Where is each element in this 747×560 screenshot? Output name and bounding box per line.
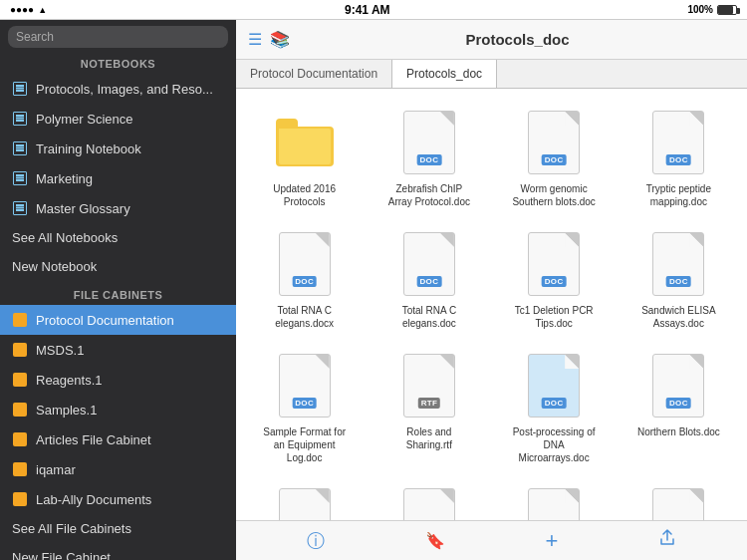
sidebar-item-label: Training Notebook bbox=[36, 141, 141, 156]
doc-icon-wrap: DOC bbox=[648, 228, 708, 300]
file-label: Sandwich ELISA Assays.doc bbox=[633, 304, 723, 330]
sidebar-item-fc1[interactable]: Protocol Documentation bbox=[0, 305, 236, 335]
doc-icon-wrap: DOC bbox=[524, 107, 584, 178]
status-battery: 100% bbox=[687, 4, 737, 15]
file-label: Updated 2016 Protocols bbox=[260, 182, 350, 208]
doc-file-icon: DOC bbox=[528, 232, 580, 296]
sidebar-item-fc3[interactable]: Reagents.1 bbox=[0, 365, 236, 395]
doc-file-icon: DOC bbox=[403, 111, 455, 174]
doc-icon-wrap: DOC bbox=[524, 350, 584, 421]
sidebar-item-nb3[interactable]: Training Notebook bbox=[0, 134, 236, 163]
doc-badge: DOC bbox=[292, 276, 317, 287]
doc-badge: DOC bbox=[292, 398, 317, 409]
file-label: Total RNA C elegans.docx bbox=[260, 304, 350, 330]
see-all-notebooks[interactable]: See All Notebooks bbox=[0, 223, 236, 252]
sidebar-item-label: MSDS.1 bbox=[36, 343, 84, 358]
sidebar-item-label: Lab-Ally Documents bbox=[36, 492, 151, 507]
bookmark-button[interactable]: 🔖 bbox=[413, 527, 457, 554]
hamburger-icon[interactable]: ☰ bbox=[248, 30, 262, 49]
status-time: 9:41 AM bbox=[47, 3, 687, 17]
search-input[interactable] bbox=[8, 26, 228, 48]
doc-icon-wrap: DOC bbox=[275, 350, 335, 421]
doc-icon-wrap: DOC bbox=[399, 228, 459, 300]
info-button[interactable]: ⓘ bbox=[295, 525, 337, 557]
doc-badge: DOC bbox=[666, 398, 691, 409]
notebooks-header: NOTEBOOKS bbox=[0, 54, 236, 74]
list-item[interactable]: DOC Total RNA C elegans.doc bbox=[369, 222, 489, 336]
sidebar-item-label: Reagents.1 bbox=[36, 373, 103, 388]
doc-icon-wrap: DOC bbox=[648, 350, 708, 421]
status-bar: ●●●● ▲ 9:41 AM 100% bbox=[0, 0, 747, 20]
list-item[interactable]: RTF Roles and Sharing.rtf bbox=[369, 344, 489, 470]
sidebar: NOTEBOOKS Protocols, Images, and Reso...… bbox=[0, 20, 236, 560]
doc-badge: DOC bbox=[417, 276, 442, 287]
doc-file-icon: DOC bbox=[652, 111, 704, 174]
header-icons: ☰ 📚 bbox=[248, 30, 290, 49]
cabinet-icon bbox=[12, 402, 28, 418]
notebook-icon bbox=[12, 111, 28, 127]
sidebar-item-label: Protocol Documentation bbox=[36, 313, 174, 328]
notebook-icon bbox=[12, 200, 28, 216]
tab-protocols-doc[interactable]: Protocols_doc bbox=[392, 60, 497, 88]
file-label: Tc1 Deletion PCR Tips.doc bbox=[509, 304, 599, 330]
folder-icon bbox=[276, 119, 334, 166]
tabs-bar: Protocol Documentation Protocols_doc bbox=[236, 60, 747, 89]
doc-icon-wrap: DOC bbox=[524, 228, 584, 300]
doc-file-icon: DOC bbox=[279, 354, 331, 418]
list-item[interactable]: DOC Post-processing of DNA Microarrays.d… bbox=[494, 344, 615, 470]
share-button[interactable] bbox=[646, 525, 688, 556]
sidebar-item-nb1[interactable]: Protocols, Images, and Reso... bbox=[0, 74, 236, 104]
new-notebook[interactable]: New Notebook bbox=[0, 252, 236, 281]
sidebar-item-label: Protocols, Images, and Reso... bbox=[36, 82, 213, 97]
list-item[interactable]: DOC Total RNA C elegans.docx bbox=[244, 222, 365, 336]
add-button[interactable]: + bbox=[534, 524, 571, 558]
sidebar-item-fc4[interactable]: Samples.1 bbox=[0, 395, 236, 424]
list-item[interactable]: DOC Northern Blots.doc bbox=[619, 344, 739, 470]
doc-file-icon: DOC bbox=[279, 488, 331, 520]
sidebar-item-nb4[interactable]: Marketing bbox=[0, 163, 236, 193]
sidebar-item-label: iqamar bbox=[36, 462, 76, 477]
sidebar-item-nb5[interactable]: Master Glossary bbox=[0, 193, 236, 223]
list-item[interactable]: Updated 2016 Protocols bbox=[244, 101, 365, 214]
book-icon[interactable]: 📚 bbox=[270, 30, 290, 49]
list-item[interactable]: DOC Worm genomic Southern blots.doc bbox=[494, 101, 615, 214]
tab-protocol-documentation[interactable]: Protocol Documentation bbox=[236, 60, 392, 88]
folder-icon-wrap bbox=[275, 107, 335, 178]
file-label: Total RNA C elegans.doc bbox=[384, 304, 474, 330]
sidebar-item-nb2[interactable]: Polymer Science bbox=[0, 104, 236, 134]
list-item[interactable]: DOC Tryptic peptide mapping.doc bbox=[619, 101, 739, 214]
doc-file-icon: DOC bbox=[528, 111, 580, 174]
doc-icon-wrap: DOC bbox=[275, 484, 335, 520]
list-item[interactable]: DOC Sandwich ELISA Assays.doc bbox=[619, 222, 739, 336]
file-label: Northern Blots.doc bbox=[637, 425, 720, 438]
notebook-icon bbox=[12, 81, 28, 97]
sidebar-item-label: Articles File Cabinet bbox=[36, 432, 151, 447]
sidebar-item-label: Master Glossary bbox=[36, 201, 130, 216]
list-item[interactable]: DOC bbox=[244, 478, 365, 520]
sidebar-item-fc7[interactable]: Lab-Ally Documents bbox=[0, 484, 236, 514]
sidebar-item-label: Polymer Science bbox=[36, 112, 133, 127]
list-item[interactable]: DOC bbox=[369, 478, 489, 520]
cabinet-icon bbox=[12, 372, 28, 388]
doc-badge: DOC bbox=[666, 154, 691, 165]
sidebar-item-fc2[interactable]: MSDS.1 bbox=[0, 335, 236, 365]
new-file-cabinet[interactable]: New File Cabinet bbox=[0, 543, 236, 560]
doc-badge: DOC bbox=[542, 154, 567, 165]
file-label: Worm genomic Southern blots.doc bbox=[509, 182, 599, 208]
list-item[interactable]: DOC bbox=[619, 478, 739, 520]
list-item[interactable]: DOC Zebrafish ChIP Array Protocol.doc bbox=[369, 101, 489, 214]
list-item[interactable]: DOC bbox=[494, 478, 615, 520]
see-all-file-cabinets[interactable]: See All File Cabinets bbox=[0, 514, 236, 543]
sidebar-item-fc5[interactable]: Articles File Cabinet bbox=[0, 424, 236, 454]
file-cabinets-header: FILE CABINETS bbox=[0, 285, 236, 305]
doc-icon-wrap: DOC bbox=[648, 484, 708, 520]
list-item[interactable]: DOC Tc1 Deletion PCR Tips.doc bbox=[494, 222, 615, 336]
list-item[interactable]: DOC Sample Format for an Equipment Log.d… bbox=[244, 344, 365, 470]
bottom-toolbar: ⓘ 🔖 + bbox=[236, 520, 747, 560]
cabinet-icon bbox=[12, 342, 28, 358]
sidebar-item-fc6[interactable]: iqamar bbox=[0, 454, 236, 484]
search-bar[interactable] bbox=[0, 20, 236, 54]
doc-icon-wrap: DOC bbox=[524, 484, 584, 520]
file-label: Tryptic peptide mapping.doc bbox=[633, 182, 723, 208]
doc-file-icon: DOC bbox=[652, 488, 704, 520]
